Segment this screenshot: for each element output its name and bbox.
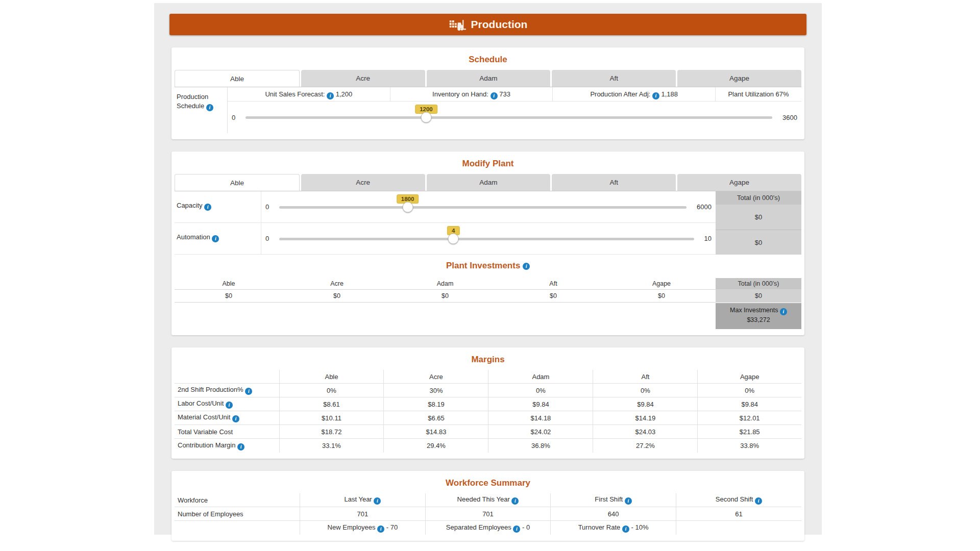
tab-aft[interactable]: Aft <box>552 174 676 191</box>
automation-total: $0 <box>716 230 801 255</box>
total-variable-cost-label: Total Variable Cost <box>175 425 279 439</box>
first-shift-info-icon[interactable] <box>625 497 632 505</box>
workforce-col-first-shift: First Shift <box>551 493 676 507</box>
plant-investments-table: Able Acre Adam Aft Agape Total (in 000's… <box>175 278 801 329</box>
production-schedule-slider-row: 0 1200 3600 <box>228 102 801 133</box>
production-after-adj: Production After Adj: 1,188 <box>553 87 716 101</box>
workforce-title: Workforce Summary <box>175 475 801 493</box>
inventory-on-hand-info-icon[interactable] <box>491 92 498 99</box>
slider-min-label: 0 <box>232 114 235 121</box>
separated-employees: Separated Employees - 0 <box>425 521 551 535</box>
automation-slider-thumb[interactable] <box>448 233 459 244</box>
separated-employees-info-icon[interactable] <box>513 525 520 533</box>
capacity-total: $0 <box>716 205 801 230</box>
tab-agape[interactable]: Agape <box>677 174 801 191</box>
margins-card: Margins Able Acre Adam Aft Agape 2nd Shi… <box>172 347 804 459</box>
empty-cell <box>676 521 801 535</box>
contribution-margin-label: Contribution Margin <box>175 439 279 453</box>
total-header: Total (in 000's) <box>716 191 801 205</box>
tab-aft[interactable]: Aft <box>552 70 676 87</box>
workforce-col-second-shift: Second Shift <box>676 493 801 507</box>
tab-agape[interactable]: Agape <box>677 70 801 87</box>
cell: $8.61 <box>279 397 384 411</box>
production-schedule-slider-track[interactable] <box>246 116 772 119</box>
production-schedule-info-icon[interactable] <box>206 104 213 111</box>
workforce-col-needed: Needed This Year <box>425 493 551 507</box>
production-after-adj-info-icon[interactable] <box>652 92 659 99</box>
cell: $14.18 <box>488 411 593 425</box>
production-schedule-label: Production Schedule <box>175 87 228 133</box>
second-shift-info-icon[interactable] <box>755 497 762 505</box>
labor-cost-label: Labor Cost/Unit <box>175 397 279 411</box>
capacity-min-label: 0 <box>265 203 269 211</box>
capacity-slider-track[interactable] <box>279 206 687 209</box>
cell: $9.84 <box>593 397 698 411</box>
inv-value-agape: $0 <box>607 290 716 303</box>
employees-first-shift: 640 <box>551 507 676 521</box>
automation-info-icon[interactable] <box>212 235 219 242</box>
needed-this-year-info-icon[interactable] <box>511 497 519 505</box>
table-row: 2nd Shift Production% 0% 30% 0% 0% 0% <box>175 384 801 397</box>
table-row: Total Variable Cost $18.72 $14.83 $24.02… <box>175 425 801 439</box>
workforce-header-row: Workforce Last Year Needed This Year Fir… <box>175 493 801 507</box>
totals-column: Total (in 000's) $0 $0 <box>716 191 801 255</box>
second-shift-production-label: 2nd Shift Production% <box>175 384 279 397</box>
turnover-rate-info-icon[interactable] <box>622 525 629 533</box>
tab-able[interactable]: Able <box>175 70 300 87</box>
cell: 0% <box>593 384 698 397</box>
second-shift-production-info-icon[interactable] <box>245 388 252 395</box>
workforce-col-label: Workforce <box>175 493 300 507</box>
margins-col-acre: Acre <box>384 370 488 384</box>
contribution-margin-info-icon[interactable] <box>237 443 244 450</box>
automation-label: Automation <box>175 223 261 254</box>
unit-sales-forecast-info-icon[interactable] <box>327 92 334 99</box>
cell: 33.8% <box>698 439 801 453</box>
tab-adam[interactable]: Adam <box>427 174 551 191</box>
tab-adam[interactable]: Adam <box>427 70 551 87</box>
empty-cell <box>175 521 300 535</box>
employees-second-shift: 61 <box>676 507 801 521</box>
max-investments-info-icon[interactable] <box>780 308 787 315</box>
cell: 36.8% <box>488 439 593 453</box>
cell: $24.02 <box>488 425 593 439</box>
plant-investments-info-icon[interactable] <box>523 263 530 270</box>
table-row: Contribution Margin 33.1% 29.4% 36.8% 27… <box>175 439 801 453</box>
inv-value-able: $0 <box>175 290 283 303</box>
table-row: New Employees - 70 Separated Employees -… <box>175 521 801 535</box>
new-employees-info-icon[interactable] <box>377 525 384 533</box>
automation-max-label: 10 <box>704 235 712 242</box>
cell: $9.84 <box>698 397 801 411</box>
margins-table: Able Acre Adam Aft Agape 2nd Shift Produ… <box>175 370 801 453</box>
margins-col-able: Able <box>279 370 384 384</box>
cell: 33.1% <box>279 439 384 453</box>
cell: $24.03 <box>593 425 698 439</box>
inv-col-acre: Acre <box>283 278 391 289</box>
schedule-card: Schedule Able Acre Adam Aft Agape Produc… <box>172 47 804 139</box>
margins-header-row: Able Acre Adam Aft Agape <box>175 370 801 384</box>
margins-corner-cell <box>175 370 279 384</box>
last-year-info-icon[interactable] <box>374 497 381 505</box>
tab-acre[interactable]: Acre <box>301 174 425 191</box>
labor-cost-info-icon[interactable] <box>226 402 233 409</box>
workforce-table: Workforce Last Year Needed This Year Fir… <box>175 493 801 535</box>
tab-acre[interactable]: Acre <box>301 70 425 87</box>
capacity-info-icon[interactable] <box>204 204 211 211</box>
table-row: Labor Cost/Unit $8.61 $8.19 $9.84 $9.84 … <box>175 397 801 411</box>
max-investments-box: Max Investments $33,272 <box>716 303 801 329</box>
margins-title: Margins <box>175 352 801 370</box>
unit-sales-forecast: Unit Sales Forecast: 1,200 <box>228 87 390 101</box>
capacity-max-label: 6000 <box>697 203 712 211</box>
page-title: Production <box>471 18 528 31</box>
capacity-row: Capacity 0 1800 6000 <box>175 191 716 223</box>
capacity-slider-thumb[interactable] <box>402 202 413 212</box>
modify-plant-card: Modify Plant Able Acre Adam Aft Agape Ca… <box>172 152 804 335</box>
material-cost-info-icon[interactable] <box>232 415 239 422</box>
production-schedule-slider-thumb[interactable] <box>421 112 431 123</box>
cell: 29.4% <box>384 439 488 453</box>
tab-able[interactable]: Able <box>175 174 300 191</box>
max-investments-value: $33,272 <box>747 316 770 323</box>
automation-slider-track[interactable] <box>279 238 694 240</box>
cell: 30% <box>384 384 488 397</box>
cell: $6.65 <box>384 411 488 425</box>
cell: $14.83 <box>384 425 488 439</box>
